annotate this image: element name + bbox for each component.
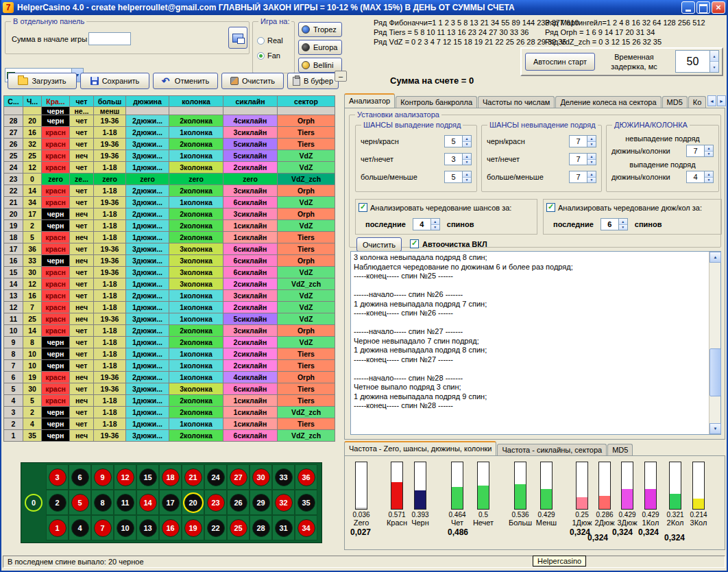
freq-tab-MD5[interactable]: MD5 bbox=[607, 444, 633, 455]
log-scrollbar[interactable] bbox=[709, 252, 720, 434]
alt-chances-spinner[interactable]: 4 bbox=[413, 218, 440, 230]
spin-down-icon[interactable] bbox=[710, 62, 718, 72]
autospin-start-button[interactable]: Автоспин старт bbox=[525, 53, 595, 71]
table-row[interactable]: 2017черннеч1-182дюжи...2колонка3сиклайнO… bbox=[4, 208, 335, 220]
table-row[interactable]: 1014краснчет1-182дюжи...2колонка3сиклайн… bbox=[4, 325, 335, 337]
board-number-36[interactable]: 36 bbox=[298, 468, 315, 486]
board-number-21[interactable]: 21 bbox=[184, 468, 202, 486]
board-number-11[interactable]: 11 bbox=[117, 494, 134, 512]
close-button[interactable] bbox=[712, 1, 725, 14]
board-number-10[interactable]: 10 bbox=[117, 519, 134, 537]
spin-down-icon[interactable] bbox=[705, 152, 713, 157]
board-number-1[interactable]: 1 bbox=[49, 519, 66, 537]
spin-down-icon[interactable] bbox=[463, 178, 471, 183]
table-row[interactable]: 530краснчет19-363дюжи...3колонка6сиклайн… bbox=[4, 383, 335, 395]
board-number-16[interactable]: 16 bbox=[162, 519, 180, 537]
board-number-13[interactable]: 13 bbox=[139, 519, 157, 537]
alt-dozens-spinner[interactable]: 6 bbox=[600, 218, 628, 230]
tab-Деление колеса на сектора[interactable]: Деление колеса на сектора bbox=[555, 96, 661, 108]
board-number-9[interactable]: 9 bbox=[94, 468, 112, 486]
table-row[interactable]: 2716краснчет1-182дюжи...1колонка3сиклайн… bbox=[4, 127, 335, 139]
board-number-33[interactable]: 33 bbox=[275, 468, 293, 486]
table-row[interactable]: 185красннеч1-181дюжи...2колонка1сиклайнT… bbox=[4, 232, 335, 243]
casino-button-Europa[interactable]: Europa bbox=[298, 40, 342, 55]
board-number-0[interactable]: 0 bbox=[25, 494, 43, 512]
table-row[interactable]: 1125красннеч19-363дюжи...1колонка5сиклай… bbox=[4, 313, 335, 325]
board-cell-zero[interactable]: 0 bbox=[23, 464, 45, 541]
alt-chances-checkbox[interactable] bbox=[359, 203, 367, 212]
minimize-button[interactable] bbox=[681, 1, 695, 14]
board-number-29[interactable]: 29 bbox=[252, 494, 270, 512]
table-row[interactable]: 45красннеч1-181дюжи...2колонка1сиклайнTi… bbox=[4, 395, 335, 407]
spin-up-icon[interactable] bbox=[463, 171, 471, 178]
board-number-23[interactable]: 23 bbox=[207, 494, 225, 512]
detach-panel-button[interactable] bbox=[228, 27, 247, 49]
spin-down-icon[interactable] bbox=[705, 178, 713, 183]
miss-row-2-spinner[interactable]: 7 bbox=[569, 171, 596, 183]
undo-button[interactable]: Отменить bbox=[153, 73, 218, 89]
board-number-5[interactable]: 5 bbox=[71, 494, 89, 512]
tab-Контроль банкролла[interactable]: Контроль банкролла bbox=[396, 96, 477, 108]
tab-scroll-right-icon[interactable] bbox=[717, 95, 726, 106]
board-number-19[interactable]: 19 bbox=[184, 519, 202, 537]
table-row[interactable]: 1736краснчет19-363дюжи...3колонка6сиклай… bbox=[4, 243, 335, 255]
board-number-2[interactable]: 2 bbox=[49, 494, 66, 512]
board-number-14[interactable]: 14 bbox=[139, 494, 157, 512]
analyzer-log-box[interactable]: 3 колонка невыпадала подряд 8 спин; Набл… bbox=[350, 251, 721, 435]
board-number-30[interactable]: 30 bbox=[252, 468, 270, 486]
spin-up-icon[interactable] bbox=[705, 145, 713, 152]
miss-row-0-spinner[interactable]: 7 bbox=[569, 135, 596, 147]
board-number-12[interactable]: 12 bbox=[117, 468, 134, 486]
board-number-4[interactable]: 4 bbox=[71, 519, 89, 537]
dozen-miss-spinner[interactable]: 7 bbox=[686, 145, 714, 157]
table-row[interactable]: 2820чернчет19-362дюжи...2колонка4сиклайн… bbox=[4, 115, 335, 127]
spin-up-icon[interactable] bbox=[710, 51, 718, 62]
board-number-26[interactable]: 26 bbox=[230, 494, 247, 512]
table-row[interactable]: 192чернчет1-181дюжи...2колонка1сиклайнVd… bbox=[4, 220, 335, 232]
radio-Fan[interactable]: Fan bbox=[257, 48, 283, 63]
board-number-27[interactable]: 27 bbox=[230, 468, 247, 486]
start-sum-input[interactable] bbox=[88, 32, 131, 45]
spin-up-icon[interactable] bbox=[705, 171, 713, 178]
table-row[interactable]: 810чернчет1-181дюжи...1колонка2сиклайнTi… bbox=[4, 348, 335, 360]
board-number-32[interactable]: 32 bbox=[275, 494, 293, 512]
spin-down-icon[interactable] bbox=[463, 160, 471, 165]
clear-button[interactable]: Очистить bbox=[221, 73, 284, 89]
freq-tab-Частота - Zero, шансы, дюжины, колонки[interactable]: Частота - Zero, шансы, дюжины, колонки bbox=[344, 441, 496, 455]
table-row[interactable]: 2134краснчет19-363дюжи...1колонка6сиклай… bbox=[4, 197, 335, 208]
board-number-35[interactable]: 35 bbox=[298, 494, 315, 512]
table-row[interactable]: 135черннеч19-363дюжи...2колонка6сиклайнV… bbox=[4, 430, 335, 442]
spin-down-icon[interactable] bbox=[431, 225, 439, 230]
hit-row-0-spinner[interactable]: 5 bbox=[444, 135, 472, 147]
spin-down-icon[interactable] bbox=[587, 160, 596, 165]
table-row[interactable]: 2525красннеч19-363дюжи...1колонка5сиклай… bbox=[4, 150, 335, 162]
radio-Real[interactable]: Real bbox=[257, 33, 283, 48]
board-number-28[interactable]: 28 bbox=[252, 519, 270, 537]
board-number-34[interactable]: 34 bbox=[298, 519, 315, 537]
table-row[interactable]: 1633черннеч19-363дюжи...3колонка6сиклайн… bbox=[4, 255, 335, 267]
casino-button-Tropez[interactable]: Tropez bbox=[298, 22, 342, 37]
collapse-button[interactable]: – bbox=[335, 71, 347, 82]
maximize-button[interactable] bbox=[696, 1, 710, 14]
board-number-17[interactable]: 17 bbox=[162, 494, 180, 512]
board-number-15[interactable]: 15 bbox=[139, 468, 157, 486]
table-row[interactable]: 127красннеч1-181дюжи...1колонка2сиклайнV… bbox=[4, 302, 335, 313]
board-number-18[interactable]: 18 bbox=[162, 468, 180, 486]
table-row[interactable]: 2632краснчет19-363дюжи...2колонка5сиклай… bbox=[4, 139, 335, 150]
spin-down-icon[interactable] bbox=[587, 178, 596, 183]
copy-buffer-button[interactable]: В буфер bbox=[287, 73, 339, 89]
spin-history-table[interactable]: С...Ч...Кра...четбольшдюжинаколонкасикла… bbox=[3, 95, 335, 442]
clear-log-button[interactable]: Очистить bbox=[356, 237, 402, 252]
board-number-22[interactable]: 22 bbox=[207, 519, 225, 537]
table-row-partial[interactable]: чернне...менш bbox=[4, 107, 335, 115]
tab-Ко[interactable]: Ко bbox=[688, 96, 706, 108]
board-number-25[interactable]: 25 bbox=[230, 519, 247, 537]
table-row[interactable]: 230zeroze...zerozerozerozeroVdZ_zch bbox=[4, 174, 335, 185]
table-row[interactable]: 2412краснчет1-181дюжи...3колонка2сиклайн… bbox=[4, 162, 335, 174]
scroll-up-icon[interactable] bbox=[709, 252, 721, 263]
spin-up-icon[interactable] bbox=[463, 136, 471, 142]
spin-up-icon[interactable] bbox=[619, 219, 627, 225]
spin-down-icon[interactable] bbox=[619, 225, 627, 230]
board-number-7[interactable]: 7 bbox=[94, 519, 112, 537]
board-number-3[interactable]: 3 bbox=[49, 468, 66, 486]
